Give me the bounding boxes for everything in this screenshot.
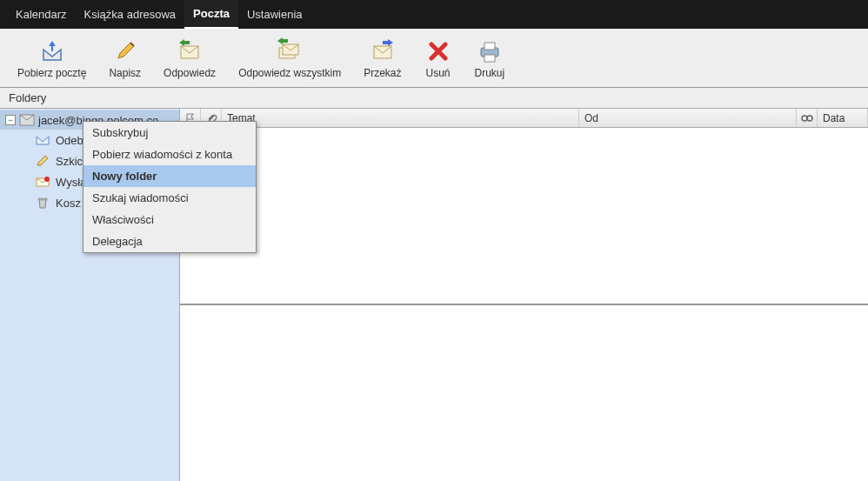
forward-button[interactable]: Przekaż <box>355 34 410 83</box>
inbox-icon <box>35 133 50 147</box>
svg-rect-6 <box>484 55 495 62</box>
ctx-properties[interactable]: Właściwości <box>83 209 256 230</box>
compose-button[interactable]: Napisz <box>100 34 150 83</box>
reply-all-icon <box>276 37 304 65</box>
top-nav: Kalendarz Książka adresowa Poczta Ustawi… <box>0 0 868 29</box>
context-menu: Subskrybuj Pobierz wiadomości z konta No… <box>83 121 257 253</box>
sidebar-header: Foldery <box>0 88 868 109</box>
message-list[interactable] <box>180 128 868 304</box>
ctx-get-account-mail[interactable]: Pobierz wiadomości z konta <box>83 144 256 165</box>
forward-label: Przekaż <box>364 67 401 79</box>
col-date[interactable]: Data <box>818 109 868 127</box>
folder-sidebar: − jacek@bingo.polcom.co Odebrane <box>0 109 180 481</box>
delete-button[interactable]: Usuń <box>416 34 461 83</box>
preview-pane <box>180 304 868 481</box>
svg-point-12 <box>807 116 812 121</box>
ctx-search[interactable]: Szukaj wiadomości <box>83 187 256 209</box>
col-from[interactable]: Od <box>579 109 797 127</box>
compose-label: Napisz <box>109 67 141 79</box>
get-mail-label: Pobierz pocztę <box>17 67 86 79</box>
ctx-new-folder[interactable]: Nowy folder <box>83 165 256 187</box>
get-mail-icon <box>38 37 66 65</box>
link-icon <box>800 112 814 124</box>
delete-icon <box>424 37 452 65</box>
trash-icon <box>35 196 50 210</box>
svg-point-11 <box>802 116 807 121</box>
reply-all-label: Odpowiedz wszystkim <box>238 67 341 79</box>
svg-rect-10 <box>38 198 47 200</box>
content-area: − jacek@bingo.polcom.co Odebrane <box>0 109 868 481</box>
reply-icon <box>176 37 204 65</box>
ctx-subscribe[interactable]: Subskrybuj <box>83 122 256 144</box>
reply-all-button[interactable]: Odpowiedz wszystkim <box>230 34 350 83</box>
drafts-icon <box>35 154 50 168</box>
delete-label: Usuń <box>426 67 451 79</box>
nav-addressbook[interactable]: Książka adresowa <box>76 1 185 28</box>
account-icon <box>19 113 35 127</box>
main-panel: Temat Od Data <box>180 109 868 481</box>
svg-rect-5 <box>484 43 495 50</box>
print-button[interactable]: Drukuj <box>466 34 514 83</box>
print-icon <box>476 37 504 65</box>
collapse-icon[interactable]: − <box>5 115 16 125</box>
forward-icon <box>369 37 397 65</box>
col-subject[interactable]: Temat <box>222 109 579 127</box>
nav-calendar[interactable]: Kalendarz <box>7 1 76 28</box>
get-mail-button[interactable]: Pobierz pocztę <box>9 34 95 83</box>
column-headers: Temat Od Data <box>180 109 868 128</box>
nav-settings[interactable]: Ustawienia <box>238 1 311 28</box>
col-link[interactable] <box>797 109 818 127</box>
reply-button[interactable]: Odpowiedz <box>155 34 224 83</box>
sent-icon <box>35 175 50 189</box>
print-label: Drukuj <box>475 67 505 79</box>
svg-point-9 <box>44 177 50 182</box>
folder-trash-label: Kosz <box>56 197 81 210</box>
reply-label: Odpowiedz <box>164 67 216 79</box>
nav-mail[interactable]: Poczta <box>184 0 238 29</box>
ctx-delegation[interactable]: Delegacja <box>83 230 256 252</box>
toolbar: Pobierz pocztę Napisz Odpowiedz Odpowied… <box>0 29 868 88</box>
compose-icon <box>111 37 139 65</box>
